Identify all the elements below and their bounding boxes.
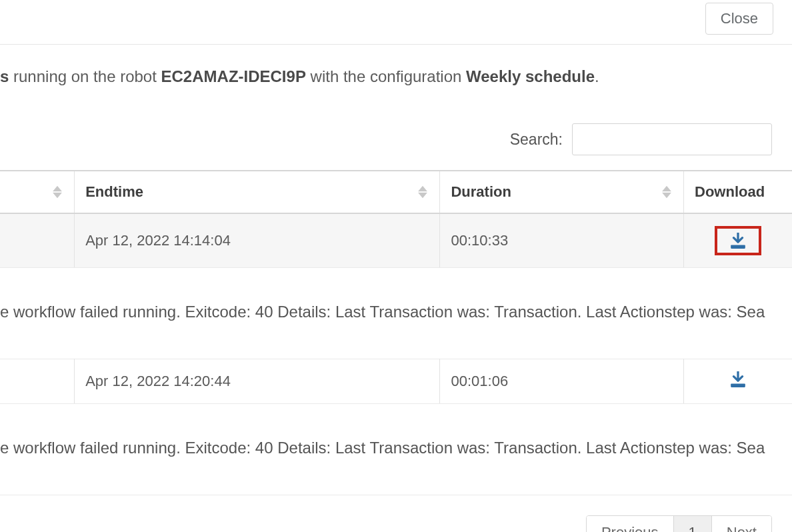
column-label: Download xyxy=(695,183,765,200)
column-download: Download xyxy=(684,171,792,213)
sort-icon xyxy=(662,186,671,199)
sort-icon xyxy=(53,186,62,199)
column-first[interactable] xyxy=(0,171,75,213)
table-row: Apr 12, 2022 14:20:44 00:01:06 xyxy=(0,359,792,404)
svg-rect-1 xyxy=(731,384,745,387)
close-button[interactable]: Close xyxy=(705,3,773,35)
table-row: Apr 12, 2022 14:14:04 00:10:33 xyxy=(0,213,792,268)
previous-button[interactable]: Previous xyxy=(587,516,674,532)
sort-icon xyxy=(418,186,427,199)
download-icon[interactable] xyxy=(729,371,747,387)
info-text: with the configuration xyxy=(306,67,466,85)
page-current[interactable]: 1 xyxy=(674,516,712,532)
divider xyxy=(0,44,792,45)
detail-text: e workflow failed running. Exitcode: 40 … xyxy=(0,404,792,495)
download-icon[interactable] xyxy=(715,226,761,255)
column-label: Duration xyxy=(451,183,511,200)
detail-row: e workflow failed running. Exitcode: 40 … xyxy=(0,268,792,359)
duration-cell: 00:01:06 xyxy=(440,359,684,404)
column-label: Endtime xyxy=(85,183,143,200)
column-endtime[interactable]: Endtime xyxy=(75,171,440,213)
column-duration[interactable]: Duration xyxy=(440,171,684,213)
results-table: Endtime Duration Download Apr 12, 2022 1… xyxy=(0,170,792,495)
pagination: Previous 1 Next xyxy=(586,515,772,532)
robot-name: EC2AMAZ-IDECI9P xyxy=(161,67,306,85)
next-button[interactable]: Next xyxy=(712,516,771,532)
info-prefix: s xyxy=(0,67,9,85)
info-line: s running on the robot EC2AMAZ-IDECI9P w… xyxy=(0,67,792,86)
duration-cell: 00:10:33 xyxy=(440,213,684,268)
endtime-cell: Apr 12, 2022 14:14:04 xyxy=(75,213,440,268)
detail-row: e workflow failed running. Exitcode: 40 … xyxy=(0,404,792,495)
search-input[interactable] xyxy=(572,123,772,155)
detail-text: e workflow failed running. Exitcode: 40 … xyxy=(0,268,792,359)
svg-rect-0 xyxy=(731,245,745,249)
info-text: running on the robot xyxy=(9,67,161,85)
endtime-cell: Apr 12, 2022 14:20:44 xyxy=(75,359,440,404)
config-name: Weekly schedule xyxy=(466,67,595,85)
search-label: Search: xyxy=(510,131,563,149)
info-text: . xyxy=(595,67,599,85)
